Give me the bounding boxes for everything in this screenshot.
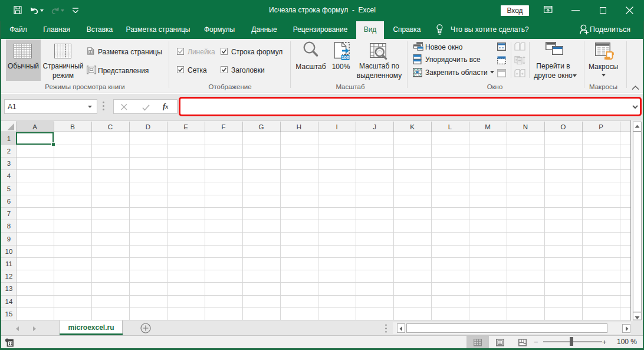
- svg-text:P: P: [599, 123, 603, 130]
- svg-text:N: N: [523, 123, 528, 130]
- svg-text:I: I: [336, 123, 337, 130]
- svg-text:1: 1: [7, 135, 11, 142]
- svg-text:12: 12: [5, 273, 13, 280]
- svg-text:E: E: [183, 123, 188, 130]
- svg-text:7: 7: [7, 210, 11, 217]
- svg-text:14: 14: [5, 298, 13, 305]
- svg-text:L: L: [448, 123, 452, 130]
- svg-text:15: 15: [5, 310, 13, 318]
- svg-text:3: 3: [7, 160, 11, 167]
- svg-text:8: 8: [7, 223, 11, 230]
- svg-text:J: J: [373, 123, 376, 130]
- svg-text:4: 4: [7, 172, 11, 179]
- svg-text:11: 11: [5, 260, 12, 267]
- svg-text:F: F: [221, 123, 225, 130]
- svg-text:B: B: [70, 123, 75, 130]
- svg-text:M: M: [485, 123, 491, 130]
- svg-text:A: A: [32, 123, 37, 130]
- svg-text:2: 2: [7, 148, 11, 155]
- svg-text:6: 6: [7, 198, 11, 205]
- svg-text:100: 100: [341, 55, 350, 60]
- svg-text:O: O: [561, 123, 566, 130]
- svg-text:13: 13: [5, 285, 13, 292]
- svg-text:H: H: [297, 123, 301, 130]
- svg-text:9: 9: [7, 235, 11, 243]
- svg-text:C: C: [108, 123, 113, 130]
- svg-text:G: G: [259, 123, 264, 130]
- svg-text:10: 10: [5, 248, 13, 255]
- svg-text:D: D: [146, 123, 150, 130]
- svg-text:5: 5: [7, 185, 11, 192]
- svg-text:K: K: [410, 123, 415, 130]
